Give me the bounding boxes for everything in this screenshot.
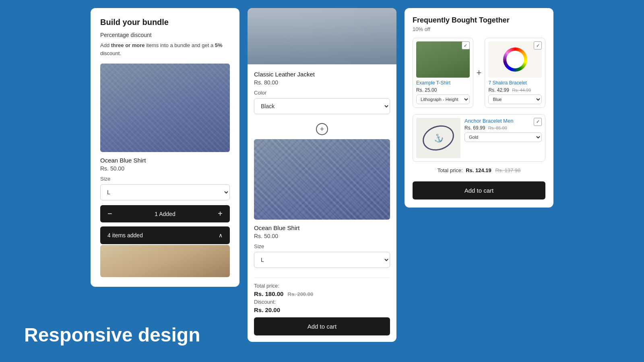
items-added-text: 4 items added: [107, 232, 143, 239]
fbt-total-price-row: Total price: Rs. 124.19 Rs. 137.98: [413, 167, 545, 173]
items-added-chevron: ∧: [219, 232, 223, 239]
plus-icon: +: [316, 123, 328, 135]
tshirt-checkbox[interactable]: ✓: [462, 41, 470, 49]
size-label: Size: [100, 176, 230, 182]
fbt-discount: 10% off: [413, 26, 545, 32]
bracelet-checkbox[interactable]: ✓: [534, 41, 542, 49]
shirt-price-middle: Rs. 50.00: [254, 233, 390, 239]
anchor-bg: [416, 118, 460, 158]
discount-amount: Rs. 20.00: [254, 306, 390, 313]
bottom-preview-image: [100, 245, 230, 277]
add-to-cart-button-middle[interactable]: Add to cart: [254, 317, 390, 335]
total-price-row: Rs. 180.00 Rs. 200.00: [254, 290, 390, 297]
fbt-total-current: Rs. 124.19: [466, 167, 491, 173]
anchor-checkbox[interactable]: ✓: [534, 118, 542, 126]
bundle-description: Add three or more items into a bundle an…: [100, 41, 230, 57]
shirt-detail-bg: [254, 139, 390, 220]
anchor-image: [416, 118, 460, 158]
product-image-shirt: [100, 64, 230, 152]
anchor-option-select[interactable]: Gold Silver Black: [464, 132, 542, 142]
fbt-anchor-card: ✓ Anchor Bracelet Men Rs. 69.99 Rs. 85.0…: [413, 114, 545, 162]
product-name-shirt: Ocean Blue Shirt: [100, 157, 230, 164]
tshirt-option-select[interactable]: Lithograph - Height Lithograph - Width: [416, 95, 470, 104]
items-added-bar[interactable]: 4 items added ∧: [100, 226, 230, 244]
product-detail-panel: Classic Leather Jacket Rs. 80.00 Color B…: [248, 8, 396, 342]
discount-label: Discount:: [254, 299, 390, 305]
fbt-top-items-row: ✓ Example T-Shirt Rs. 25.00 Lithograph -…: [413, 38, 545, 108]
qty-increase-button[interactable]: +: [211, 205, 230, 222]
fbt-plus-icon: +: [477, 68, 482, 78]
bundle-title: Build your bundle: [100, 18, 230, 27]
jacket-top-image: [248, 8, 396, 64]
frequently-bought-panel: Frequently Bought Together 10% off ✓ Exa…: [405, 8, 553, 208]
fbt-bracelet-card: ✓ 7 Shakra Bracelet Rs. 42.99 Rs. 44.99 …: [485, 38, 545, 108]
fbt-total-label: Total price:: [438, 167, 463, 173]
shirt-detail-image: [254, 139, 390, 220]
middle-content: Classic Leather Jacket Rs. 80.00 Color B…: [248, 64, 396, 342]
anchor-shape-icon: [419, 121, 458, 155]
total-label: Total price:: [254, 283, 390, 289]
shirt-image-bg: [100, 64, 230, 152]
responsive-design-text: Responsive design: [24, 324, 200, 346]
size-select[interactable]: L XS S M XL XXL: [100, 184, 230, 200]
tshirt-name: Example T-Shirt: [416, 80, 470, 86]
shirt-name-middle: Ocean Blue Shirt: [254, 224, 390, 231]
plus-separator: +: [254, 123, 390, 135]
bracelet-option-select[interactable]: Blue Red Green: [488, 95, 542, 104]
bracelet-price: Rs. 42.99 Rs. 44.99: [488, 87, 542, 93]
add-to-cart-button-right[interactable]: Add to cart: [413, 181, 545, 200]
discount-type: Percentage discount: [100, 32, 230, 38]
color-select[interactable]: Black Brown Navy: [254, 98, 390, 114]
fbt-title: Frequently Bought Together: [413, 16, 545, 25]
size-select-middle[interactable]: L XS S M XL XXL: [254, 252, 390, 268]
qty-decrease-button[interactable]: −: [100, 205, 120, 222]
bundle-panel: Build your bundle Percentage discount Ad…: [91, 8, 239, 287]
anchor-name: Anchor Bracelet Men: [464, 118, 542, 125]
jacket-name: Classic Leather Jacket: [254, 71, 390, 78]
jacket-image-bg: [248, 8, 396, 64]
tshirt-price: Rs. 25.00: [416, 87, 470, 93]
anchor-details: Anchor Bracelet Men Rs. 69.99 Rs. 85.00 …: [464, 118, 542, 142]
color-label: Color: [254, 90, 390, 96]
pricing-section: Total price: Rs. 180.00 Rs. 200.00 Disco…: [254, 278, 390, 313]
jacket-price: Rs. 80.00: [254, 79, 390, 86]
total-current: Rs. 180.00: [254, 290, 283, 297]
bracelet-name: 7 Shakra Bracelet: [488, 80, 542, 86]
size-label-middle: Size: [254, 243, 390, 249]
bracelet-circle-icon: [503, 47, 527, 72]
total-original: Rs. 200.00: [288, 291, 314, 297]
fbt-total-original: Rs. 137.98: [495, 167, 520, 173]
quantity-control: − 1 Added +: [100, 205, 230, 222]
product-price-shirt: Rs. 50.00: [100, 165, 230, 172]
anchor-price: Rs. 69.99 Rs. 85.00: [464, 125, 542, 131]
qty-added-text: 1 Added: [120, 211, 211, 217]
fbt-tshirt-card: ✓ Example T-Shirt Rs. 25.00 Lithograph -…: [413, 38, 473, 108]
